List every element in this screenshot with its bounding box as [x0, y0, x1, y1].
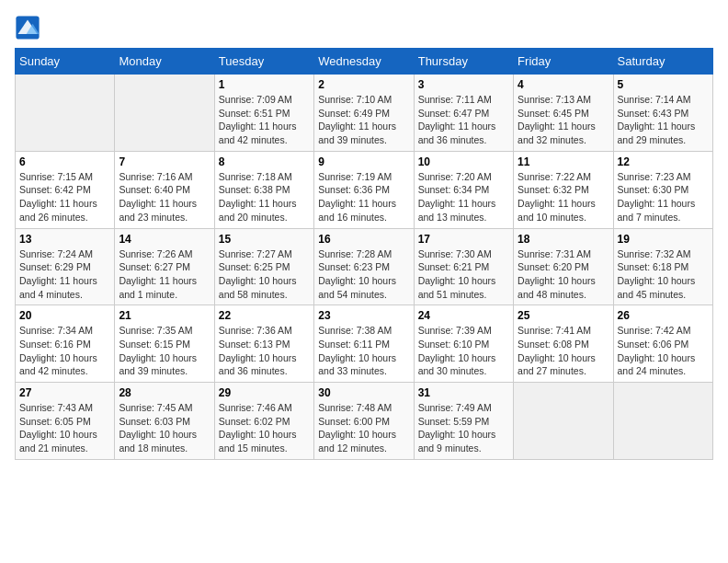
day-detail: Sunrise: 7:18 AMSunset: 6:38 PMDaylight:… [219, 170, 310, 224]
day-detail: Sunrise: 7:36 AMSunset: 6:13 PMDaylight:… [219, 324, 310, 378]
calendar-cell: 30Sunrise: 7:48 AMSunset: 6:00 PMDayligh… [314, 383, 414, 460]
day-header-wednesday: Wednesday [314, 49, 414, 75]
day-number: 31 [418, 386, 509, 399]
calendar-cell [514, 383, 613, 460]
calendar-cell: 24Sunrise: 7:39 AMSunset: 6:10 PMDayligh… [414, 305, 513, 383]
calendar-cell: 13Sunrise: 7:24 AMSunset: 6:29 PMDayligh… [16, 228, 115, 305]
calendar-cell: 31Sunrise: 7:49 AMSunset: 5:59 PMDayligh… [414, 383, 513, 460]
calendar-cell [16, 75, 115, 152]
calendar-cell: 26Sunrise: 7:42 AMSunset: 6:06 PMDayligh… [613, 305, 712, 383]
calendar-cell: 8Sunrise: 7:18 AMSunset: 6:38 PMDaylight… [214, 151, 313, 228]
calendar-week-2: 6Sunrise: 7:15 AMSunset: 6:42 PMDaylight… [16, 151, 713, 228]
day-detail: Sunrise: 7:30 AMSunset: 6:21 PMDaylight:… [418, 247, 509, 302]
header [15, 15, 713, 40]
day-header-thursday: Thursday [414, 49, 513, 75]
calendar-cell: 16Sunrise: 7:28 AMSunset: 6:23 PMDayligh… [314, 228, 414, 305]
day-header-monday: Monday [115, 49, 214, 75]
day-number: 23 [318, 309, 409, 322]
day-number: 14 [119, 233, 210, 246]
day-number: 8 [219, 155, 310, 168]
day-detail: Sunrise: 7:26 AMSunset: 6:27 PMDaylight:… [119, 247, 210, 302]
day-detail: Sunrise: 7:28 AMSunset: 6:23 PMDaylight:… [318, 247, 409, 302]
day-detail: Sunrise: 7:49 AMSunset: 5:59 PMDaylight:… [418, 401, 509, 455]
logo [15, 15, 44, 40]
day-number: 21 [119, 309, 210, 322]
day-detail: Sunrise: 7:11 AMSunset: 6:47 PMDaylight:… [418, 93, 509, 147]
logo-icon [15, 15, 40, 40]
day-number: 7 [119, 155, 210, 168]
day-detail: Sunrise: 7:38 AMSunset: 6:11 PMDaylight:… [318, 324, 409, 378]
day-detail: Sunrise: 7:35 AMSunset: 6:15 PMDaylight:… [119, 324, 210, 378]
calendar-cell: 1Sunrise: 7:09 AMSunset: 6:51 PMDaylight… [214, 75, 313, 152]
day-header-sunday: Sunday [16, 49, 115, 75]
calendar-cell: 25Sunrise: 7:41 AMSunset: 6:08 PMDayligh… [514, 305, 613, 383]
day-number: 22 [219, 309, 310, 322]
day-detail: Sunrise: 7:31 AMSunset: 6:20 PMDaylight:… [518, 247, 609, 302]
calendar-cell: 21Sunrise: 7:35 AMSunset: 6:15 PMDayligh… [115, 305, 214, 383]
day-number: 1 [219, 78, 310, 91]
day-detail: Sunrise: 7:20 AMSunset: 6:34 PMDaylight:… [418, 170, 509, 224]
day-detail: Sunrise: 7:22 AMSunset: 6:32 PMDaylight:… [518, 170, 609, 224]
day-detail: Sunrise: 7:45 AMSunset: 6:03 PMDaylight:… [119, 401, 210, 455]
day-detail: Sunrise: 7:10 AMSunset: 6:49 PMDaylight:… [318, 93, 409, 147]
calendar-week-5: 27Sunrise: 7:43 AMSunset: 6:05 PMDayligh… [16, 383, 713, 460]
calendar-cell: 3Sunrise: 7:11 AMSunset: 6:47 PMDaylight… [414, 75, 513, 152]
calendar-week-4: 20Sunrise: 7:34 AMSunset: 6:16 PMDayligh… [16, 305, 713, 383]
day-number: 3 [418, 78, 509, 91]
calendar-cell: 15Sunrise: 7:27 AMSunset: 6:25 PMDayligh… [214, 228, 313, 305]
calendar-cell [115, 75, 214, 152]
day-number: 13 [19, 233, 110, 246]
day-number: 24 [418, 309, 509, 322]
day-number: 9 [318, 155, 409, 168]
calendar-cell: 11Sunrise: 7:22 AMSunset: 6:32 PMDayligh… [514, 151, 613, 228]
header-row: SundayMondayTuesdayWednesdayThursdayFrid… [16, 49, 713, 75]
day-detail: Sunrise: 7:15 AMSunset: 6:42 PMDaylight:… [19, 170, 110, 224]
day-number: 6 [19, 155, 110, 168]
calendar-week-3: 13Sunrise: 7:24 AMSunset: 6:29 PMDayligh… [16, 228, 713, 305]
day-detail: Sunrise: 7:13 AMSunset: 6:45 PMDaylight:… [518, 93, 609, 147]
calendar-cell: 10Sunrise: 7:20 AMSunset: 6:34 PMDayligh… [414, 151, 513, 228]
calendar-cell: 18Sunrise: 7:31 AMSunset: 6:20 PMDayligh… [514, 228, 613, 305]
calendar-cell: 28Sunrise: 7:45 AMSunset: 6:03 PMDayligh… [115, 383, 214, 460]
calendar-cell: 2Sunrise: 7:10 AMSunset: 6:49 PMDaylight… [314, 75, 414, 152]
calendar-cell: 7Sunrise: 7:16 AMSunset: 6:40 PMDaylight… [115, 151, 214, 228]
day-detail: Sunrise: 7:23 AMSunset: 6:30 PMDaylight:… [618, 170, 709, 224]
calendar-table: SundayMondayTuesdayWednesdayThursdayFrid… [15, 48, 713, 460]
day-detail: Sunrise: 7:32 AMSunset: 6:18 PMDaylight:… [618, 247, 709, 302]
calendar-cell: 14Sunrise: 7:26 AMSunset: 6:27 PMDayligh… [115, 228, 214, 305]
day-number: 15 [219, 233, 310, 246]
day-number: 27 [19, 386, 110, 399]
day-detail: Sunrise: 7:09 AMSunset: 6:51 PMDaylight:… [219, 93, 310, 147]
day-number: 12 [618, 155, 709, 168]
day-header-friday: Friday [514, 49, 613, 75]
day-detail: Sunrise: 7:41 AMSunset: 6:08 PMDaylight:… [518, 324, 609, 378]
day-number: 19 [618, 233, 709, 246]
day-detail: Sunrise: 7:16 AMSunset: 6:40 PMDaylight:… [119, 170, 210, 224]
day-detail: Sunrise: 7:43 AMSunset: 6:05 PMDaylight:… [19, 401, 110, 455]
day-detail: Sunrise: 7:34 AMSunset: 6:16 PMDaylight:… [19, 324, 110, 378]
calendar-cell: 23Sunrise: 7:38 AMSunset: 6:11 PMDayligh… [314, 305, 414, 383]
day-number: 26 [618, 309, 709, 322]
calendar-cell: 5Sunrise: 7:14 AMSunset: 6:43 PMDaylight… [613, 75, 712, 152]
day-detail: Sunrise: 7:24 AMSunset: 6:29 PMDaylight:… [19, 247, 110, 302]
day-number: 20 [19, 309, 110, 322]
day-detail: Sunrise: 7:48 AMSunset: 6:00 PMDaylight:… [318, 401, 409, 455]
calendar-cell: 29Sunrise: 7:46 AMSunset: 6:02 PMDayligh… [214, 383, 313, 460]
day-detail: Sunrise: 7:42 AMSunset: 6:06 PMDaylight:… [618, 324, 709, 378]
day-detail: Sunrise: 7:27 AMSunset: 6:25 PMDaylight:… [219, 247, 310, 302]
calendar-cell: 27Sunrise: 7:43 AMSunset: 6:05 PMDayligh… [16, 383, 115, 460]
day-number: 2 [318, 78, 409, 91]
calendar-cell: 6Sunrise: 7:15 AMSunset: 6:42 PMDaylight… [16, 151, 115, 228]
day-number: 5 [618, 78, 709, 91]
calendar-cell: 9Sunrise: 7:19 AMSunset: 6:36 PMDaylight… [314, 151, 414, 228]
day-detail: Sunrise: 7:39 AMSunset: 6:10 PMDaylight:… [418, 324, 509, 378]
day-number: 10 [418, 155, 509, 168]
day-number: 25 [518, 309, 609, 322]
calendar-week-1: 1Sunrise: 7:09 AMSunset: 6:51 PMDaylight… [16, 75, 713, 152]
day-number: 30 [318, 386, 409, 399]
day-number: 28 [119, 386, 210, 399]
calendar-cell: 12Sunrise: 7:23 AMSunset: 6:30 PMDayligh… [613, 151, 712, 228]
day-header-saturday: Saturday [613, 49, 712, 75]
day-detail: Sunrise: 7:14 AMSunset: 6:43 PMDaylight:… [618, 93, 709, 147]
calendar-cell [613, 383, 712, 460]
